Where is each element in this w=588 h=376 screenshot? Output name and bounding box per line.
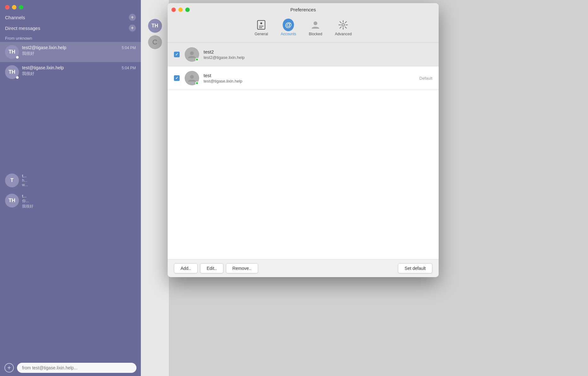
partial-conversation-item[interactable]: T t... h... w... bbox=[0, 170, 141, 191]
modal-minimize-button[interactable] bbox=[178, 8, 183, 12]
account-info: test2 test2@tigase.lixin.help bbox=[204, 49, 432, 60]
add-account-button[interactable]: Add.. bbox=[174, 263, 198, 273]
account-email: test@tigase.lixin.help bbox=[204, 79, 419, 83]
avatar-initials: TH bbox=[9, 69, 15, 75]
modal-toolbar: General @ Accounts bbox=[248, 16, 358, 40]
conversation-content: test2@tigase.lixin.help 5:04 PM 我很好 bbox=[22, 45, 136, 56]
general-icon bbox=[256, 19, 267, 31]
from-unknown-label: From unknown bbox=[0, 33, 141, 42]
conversation-preview-2: w... bbox=[22, 183, 136, 187]
conversation-content: t... 你... 我很好 bbox=[22, 194, 136, 209]
conversation-item[interactable]: TH test2@tigase.lixin.help 5:04 PM 我很好 bbox=[0, 42, 141, 62]
compose-add-button[interactable]: + bbox=[4, 363, 14, 373]
tab-blocked[interactable]: Blocked bbox=[303, 17, 329, 38]
conversation-content: test@tigase.lixin.help 5:04 PM 我很好 bbox=[22, 65, 136, 77]
modal-title: Preferences bbox=[291, 7, 316, 12]
direct-messages-section-header: Direct messages + bbox=[0, 23, 141, 33]
conversation-time: 5:04 PM bbox=[122, 46, 136, 50]
conversation-name: t... bbox=[22, 194, 136, 198]
account-email: test2@tigase.lixin.help bbox=[204, 55, 432, 60]
conversation-preview: 我很好 bbox=[22, 71, 136, 77]
online-indicator bbox=[195, 58, 199, 61]
conversation-preview: h... bbox=[22, 178, 136, 183]
edit-account-button[interactable]: Edit.. bbox=[200, 263, 223, 273]
advanced-icon bbox=[337, 19, 349, 31]
account-avatar bbox=[185, 47, 199, 62]
svg-point-1 bbox=[260, 22, 262, 24]
modal-close-button[interactable] bbox=[171, 8, 176, 12]
tab-advanced-label: Advanced bbox=[335, 32, 352, 36]
compose-input[interactable] bbox=[17, 363, 136, 373]
conversation-name: test@tigase.lixin.help bbox=[22, 65, 64, 70]
modal-maximize-button[interactable] bbox=[185, 8, 190, 12]
conversation-preview: 我很好 bbox=[22, 51, 136, 56]
direct-messages-label: Direct messages bbox=[5, 26, 40, 31]
account-checkbox[interactable]: ✓ bbox=[174, 52, 180, 57]
online-indicator bbox=[195, 82, 199, 85]
conversation-name: test2@tigase.lixin.help bbox=[22, 45, 66, 50]
account-checkbox[interactable]: ✓ bbox=[174, 75, 180, 81]
avatar: TH bbox=[5, 65, 19, 79]
avatar: T bbox=[5, 174, 19, 187]
maximize-button[interactable] bbox=[19, 5, 23, 9]
preferences-modal: Preferences General bbox=[168, 3, 439, 277]
svg-point-6 bbox=[190, 51, 194, 55]
add-channel-button[interactable]: + bbox=[129, 14, 136, 21]
add-direct-message-button[interactable]: + bbox=[129, 25, 136, 31]
tab-accounts[interactable]: @ Accounts bbox=[274, 17, 303, 38]
minimize-button[interactable] bbox=[12, 5, 16, 9]
modal-titlebar: Preferences General bbox=[168, 3, 439, 43]
modal-content: ✓ test2 test2@tigase.lixin.help bbox=[168, 43, 439, 259]
account-name: test bbox=[204, 73, 419, 78]
partial-avatar: TH bbox=[148, 19, 162, 33]
avatar: TH bbox=[5, 194, 19, 208]
svg-point-7 bbox=[190, 75, 194, 79]
account-info: test test@tigase.lixin.help bbox=[204, 73, 419, 83]
sidebar-traffic-lights bbox=[0, 0, 141, 12]
remove-account-button[interactable]: Remove.. bbox=[226, 263, 258, 273]
account-row[interactable]: ✓ test2 test2@tigase.lixin.help bbox=[168, 43, 439, 66]
conversation-top: test@tigase.lixin.help 5:04 PM bbox=[22, 65, 136, 70]
tab-advanced[interactable]: Advanced bbox=[329, 17, 358, 38]
conversation-preview-2: 我很好 bbox=[22, 204, 136, 209]
close-button[interactable] bbox=[5, 5, 9, 9]
modal-traffic-lights bbox=[171, 8, 190, 12]
channels-label: Channels bbox=[5, 15, 25, 20]
tab-general[interactable]: General bbox=[248, 17, 274, 38]
footer-left-buttons: Add.. Edit.. Remove.. bbox=[174, 263, 258, 273]
main-area: TH C Preferences bbox=[141, 0, 588, 376]
conversation-item[interactable]: TH test@tigase.lixin.help 5:04 PM 我很好 bbox=[0, 62, 141, 82]
conversation-top: test2@tigase.lixin.help 5:04 PM bbox=[22, 45, 136, 50]
svg-point-4 bbox=[314, 21, 317, 25]
set-default-button[interactable]: Set default bbox=[398, 263, 432, 273]
partial-panel: TH C bbox=[141, 0, 169, 376]
avatar-initials: TH bbox=[9, 49, 15, 55]
avatar: TH bbox=[5, 45, 19, 59]
modal-footer: Add.. Edit.. Remove.. Set default bbox=[168, 259, 439, 277]
unread-indicator bbox=[16, 56, 19, 59]
checkmark-icon: ✓ bbox=[175, 76, 178, 80]
blocked-icon bbox=[310, 19, 321, 31]
account-default-badge: Default bbox=[419, 76, 432, 81]
account-avatar bbox=[185, 71, 199, 85]
partial-conversation-item[interactable]: TH t... 你... 我很好 bbox=[0, 191, 141, 212]
sidebar: Channels + Direct messages + From unknow… bbox=[0, 0, 141, 376]
tab-general-label: General bbox=[255, 32, 268, 36]
accounts-icon: @ bbox=[283, 19, 294, 31]
unread-indicator bbox=[16, 76, 19, 79]
svg-point-5 bbox=[342, 24, 344, 26]
account-name: test2 bbox=[204, 49, 432, 54]
conversation-name: t... bbox=[22, 174, 136, 178]
conversation-time: 5:04 PM bbox=[122, 66, 136, 70]
accounts-list: ✓ test2 test2@tigase.lixin.help bbox=[168, 43, 439, 259]
channels-section-header: Channels + bbox=[0, 12, 141, 23]
account-row[interactable]: ✓ test test@tigase.lixin.help Default bbox=[168, 66, 439, 90]
checkmark-icon: ✓ bbox=[175, 52, 178, 57]
conversation-preview: 你... bbox=[22, 198, 136, 204]
tab-blocked-label: Blocked bbox=[309, 32, 322, 36]
conversation-content: t... h... w... bbox=[22, 174, 136, 187]
tab-accounts-label: Accounts bbox=[281, 32, 296, 36]
